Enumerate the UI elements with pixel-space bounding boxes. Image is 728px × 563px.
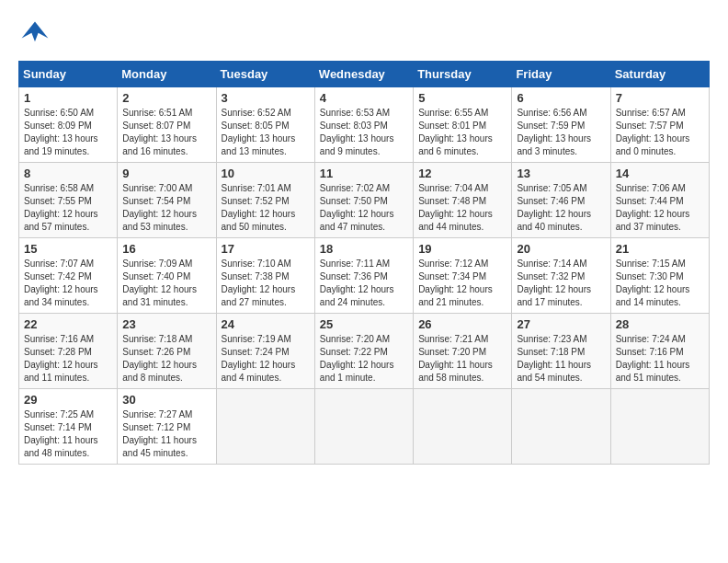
- day-info: Sunrise: 6:57 AMSunset: 7:57 PMDaylight:…: [616, 107, 704, 158]
- day-info: Sunrise: 7:04 AMSunset: 7:48 PMDaylight:…: [418, 182, 506, 234]
- day-number: 23: [122, 317, 210, 331]
- day-info: Sunrise: 7:27 AMSunset: 7:12 PMDaylight:…: [122, 408, 210, 460]
- day-info: Sunrise: 7:09 AMSunset: 7:40 PMDaylight:…: [122, 258, 210, 309]
- day-cell-2: 2Sunrise: 6:51 AMSunset: 8:07 PMDaylight…: [118, 87, 216, 163]
- column-header-saturday: Saturday: [610, 62, 709, 87]
- day-info: Sunrise: 6:56 AMSunset: 7:59 PMDaylight:…: [517, 107, 605, 158]
- day-info: Sunrise: 6:51 AMSunset: 8:07 PMDaylight:…: [122, 107, 210, 158]
- week-row-5: 29Sunrise: 7:25 AMSunset: 7:14 PMDayligh…: [19, 389, 710, 465]
- day-cell-1: 1Sunrise: 6:50 AMSunset: 8:09 PMDaylight…: [19, 87, 118, 163]
- day-info: Sunrise: 6:55 AMSunset: 8:01 PMDaylight:…: [418, 107, 506, 158]
- day-cell-7: 7Sunrise: 6:57 AMSunset: 7:57 PMDaylight…: [610, 87, 709, 163]
- day-number: 7: [616, 91, 704, 105]
- day-number: 20: [517, 242, 605, 256]
- day-info: Sunrise: 7:06 AMSunset: 7:44 PMDaylight:…: [616, 182, 704, 234]
- logo: [18, 18, 55, 52]
- day-cell-18: 18Sunrise: 7:11 AMSunset: 7:36 PMDayligh…: [314, 238, 413, 314]
- day-cell-15: 15Sunrise: 7:07 AMSunset: 7:42 PMDayligh…: [19, 238, 118, 314]
- day-info: Sunrise: 7:14 AMSunset: 7:32 PMDaylight:…: [517, 258, 605, 309]
- day-info: Sunrise: 7:02 AMSunset: 7:50 PMDaylight:…: [320, 182, 408, 234]
- day-info: Sunrise: 7:23 AMSunset: 7:18 PMDaylight:…: [517, 333, 605, 385]
- day-number: 14: [616, 167, 704, 180]
- day-number: 17: [222, 242, 310, 256]
- day-cell-9: 9Sunrise: 7:00 AMSunset: 7:54 PMDaylight…: [118, 163, 216, 238]
- day-info: Sunrise: 7:07 AMSunset: 7:42 PMDaylight:…: [24, 258, 112, 309]
- day-number: 12: [418, 167, 506, 180]
- empty-cell: [314, 389, 413, 465]
- day-cell-8: 8Sunrise: 6:58 AMSunset: 7:55 PMDaylight…: [19, 163, 118, 238]
- day-number: 13: [517, 167, 605, 180]
- column-header-friday: Friday: [512, 62, 610, 87]
- day-cell-21: 21Sunrise: 7:15 AMSunset: 7:30 PMDayligh…: [610, 238, 709, 314]
- day-info: Sunrise: 7:24 AMSunset: 7:16 PMDaylight:…: [616, 333, 704, 385]
- column-header-wednesday: Wednesday: [314, 62, 413, 87]
- day-number: 4: [320, 91, 408, 105]
- day-number: 1: [24, 91, 112, 105]
- day-number: 25: [320, 317, 408, 331]
- day-info: Sunrise: 7:18 AMSunset: 7:26 PMDaylight:…: [122, 333, 210, 385]
- day-cell-19: 19Sunrise: 7:12 AMSunset: 7:34 PMDayligh…: [414, 238, 512, 314]
- day-cell-13: 13Sunrise: 7:05 AMSunset: 7:46 PMDayligh…: [512, 163, 610, 238]
- empty-cell: [414, 389, 512, 465]
- day-cell-11: 11Sunrise: 7:02 AMSunset: 7:50 PMDayligh…: [314, 163, 413, 238]
- day-number: 2: [122, 91, 210, 105]
- column-header-monday: Monday: [118, 62, 216, 87]
- day-cell-24: 24Sunrise: 7:19 AMSunset: 7:24 PMDayligh…: [216, 314, 314, 389]
- day-cell-12: 12Sunrise: 7:04 AMSunset: 7:48 PMDayligh…: [414, 163, 512, 238]
- week-row-4: 22Sunrise: 7:16 AMSunset: 7:28 PMDayligh…: [19, 314, 710, 389]
- week-row-2: 8Sunrise: 6:58 AMSunset: 7:55 PMDaylight…: [19, 163, 710, 238]
- day-cell-4: 4Sunrise: 6:53 AMSunset: 8:03 PMDaylight…: [314, 87, 413, 163]
- day-cell-6: 6Sunrise: 6:56 AMSunset: 7:59 PMDaylight…: [512, 87, 610, 163]
- day-info: Sunrise: 7:00 AMSunset: 7:54 PMDaylight:…: [122, 182, 210, 234]
- day-number: 6: [517, 91, 605, 105]
- column-header-sunday: Sunday: [19, 62, 118, 87]
- day-cell-22: 22Sunrise: 7:16 AMSunset: 7:28 PMDayligh…: [19, 314, 118, 389]
- day-cell-10: 10Sunrise: 7:01 AMSunset: 7:52 PMDayligh…: [216, 163, 314, 238]
- svg-marker-0: [22, 22, 49, 42]
- day-info: Sunrise: 7:25 AMSunset: 7:14 PMDaylight:…: [24, 408, 112, 460]
- day-cell-20: 20Sunrise: 7:14 AMSunset: 7:32 PMDayligh…: [512, 238, 610, 314]
- day-number: 22: [24, 317, 112, 331]
- day-info: Sunrise: 6:53 AMSunset: 8:03 PMDaylight:…: [320, 107, 408, 158]
- day-number: 10: [222, 167, 310, 180]
- day-number: 30: [122, 393, 210, 407]
- calendar-header-row: SundayMondayTuesdayWednesdayThursdayFrid…: [19, 62, 710, 87]
- day-number: 5: [418, 91, 506, 105]
- day-info: Sunrise: 7:21 AMSunset: 7:20 PMDaylight:…: [418, 333, 506, 385]
- day-info: Sunrise: 7:12 AMSunset: 7:34 PMDaylight:…: [418, 258, 506, 309]
- day-info: Sunrise: 7:01 AMSunset: 7:52 PMDaylight:…: [222, 182, 310, 234]
- day-cell-26: 26Sunrise: 7:21 AMSunset: 7:20 PMDayligh…: [414, 314, 512, 389]
- day-info: Sunrise: 7:11 AMSunset: 7:36 PMDaylight:…: [320, 258, 408, 309]
- day-number: 8: [24, 167, 112, 180]
- day-number: 27: [517, 317, 605, 331]
- empty-cell: [610, 389, 709, 465]
- day-info: Sunrise: 6:50 AMSunset: 8:09 PMDaylight:…: [24, 107, 112, 158]
- day-info: Sunrise: 7:15 AMSunset: 7:30 PMDaylight:…: [616, 258, 704, 309]
- day-info: Sunrise: 7:10 AMSunset: 7:38 PMDaylight:…: [222, 258, 310, 309]
- day-number: 28: [616, 317, 704, 331]
- day-number: 15: [24, 242, 112, 256]
- day-info: Sunrise: 6:52 AMSunset: 8:05 PMDaylight:…: [222, 107, 310, 158]
- day-number: 16: [122, 242, 210, 256]
- day-number: 3: [222, 91, 310, 105]
- week-row-1: 1Sunrise: 6:50 AMSunset: 8:09 PMDaylight…: [19, 87, 710, 163]
- day-cell-3: 3Sunrise: 6:52 AMSunset: 8:05 PMDaylight…: [216, 87, 314, 163]
- day-number: 26: [418, 317, 506, 331]
- day-info: Sunrise: 7:19 AMSunset: 7:24 PMDaylight:…: [222, 333, 310, 385]
- column-header-tuesday: Tuesday: [216, 62, 314, 87]
- day-number: 11: [320, 167, 408, 180]
- day-info: Sunrise: 6:58 AMSunset: 7:55 PMDaylight:…: [24, 182, 112, 234]
- day-cell-5: 5Sunrise: 6:55 AMSunset: 8:01 PMDaylight…: [414, 87, 512, 163]
- page-header: [18, 18, 710, 52]
- day-cell-28: 28Sunrise: 7:24 AMSunset: 7:16 PMDayligh…: [610, 314, 709, 389]
- day-number: 21: [616, 242, 704, 256]
- day-cell-27: 27Sunrise: 7:23 AMSunset: 7:18 PMDayligh…: [512, 314, 610, 389]
- logo-icon: [18, 18, 51, 52]
- day-cell-23: 23Sunrise: 7:18 AMSunset: 7:26 PMDayligh…: [118, 314, 216, 389]
- calendar-table: SundayMondayTuesdayWednesdayThursdayFrid…: [18, 61, 710, 465]
- day-info: Sunrise: 7:16 AMSunset: 7:28 PMDaylight:…: [24, 333, 112, 385]
- column-header-thursday: Thursday: [414, 62, 512, 87]
- empty-cell: [216, 389, 314, 465]
- day-number: 24: [222, 317, 310, 331]
- week-row-3: 15Sunrise: 7:07 AMSunset: 7:42 PMDayligh…: [19, 238, 710, 314]
